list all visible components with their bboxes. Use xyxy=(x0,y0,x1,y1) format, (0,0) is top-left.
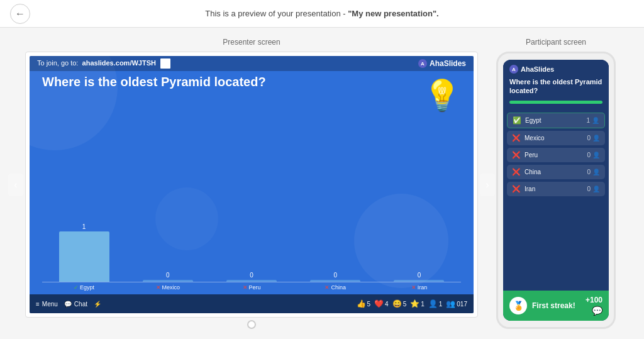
thumbsup-count: 5 xyxy=(367,301,371,308)
bar-label-peru: ✕ Peru xyxy=(243,284,261,291)
answer-icon-iran: ❌ xyxy=(512,185,521,193)
bar-value-peru: 0 xyxy=(250,272,253,279)
participant-section: Participant screen A AhaSlides Where is … xyxy=(493,38,619,329)
phone-frame: A AhaSlides Where is the oldest Pyramid … xyxy=(496,52,616,329)
bar-value-iran: 0 xyxy=(418,272,421,279)
answer-left-china: ❌ China xyxy=(512,168,541,176)
phone-screen: A AhaSlides Where is the oldest Pyramid … xyxy=(503,60,609,321)
main-content: Presenter screen ‹ › To join, go to: aha… xyxy=(0,28,644,339)
bar-label-china: ✕ China xyxy=(325,284,346,291)
answer-text-peru: Peru xyxy=(525,152,538,158)
answer-peru: ❌ Peru 0 👤 xyxy=(507,148,605,162)
axis-line xyxy=(126,282,209,282)
slide-question: Where is the oldest Pyramid located? xyxy=(42,74,461,90)
count-value-china: 0 xyxy=(587,169,591,175)
hamburger-icon: ≡ xyxy=(36,301,40,308)
answer-count-peru: 0 👤 xyxy=(587,152,600,158)
people-emoji: 👥 xyxy=(446,299,455,308)
phone-question: Where is the oldest Pyramid located? xyxy=(509,77,602,96)
answer-icon-egypt: ✅ xyxy=(513,116,521,125)
check-icon: ✓ xyxy=(74,284,79,291)
count-value-peru: 0 xyxy=(587,152,591,158)
person-icon-peru: 👤 xyxy=(592,152,600,158)
header: ← This is a preview of your presentation… xyxy=(0,0,644,28)
heart-emoji: ❤️ xyxy=(374,299,384,308)
answer-text-mexico: Mexico xyxy=(525,135,545,142)
axis-line xyxy=(209,282,293,282)
participant-label: Participant screen xyxy=(526,38,586,47)
answer-mexico: ❌ Mexico 0 👤 xyxy=(507,131,605,145)
x-icon: ✕ xyxy=(243,284,248,291)
smile-count: 5 xyxy=(403,301,407,308)
slide-toolbar: ≡ Menu 💬 Chat ⚡ 👍 xyxy=(30,294,474,313)
bar-label-iran: ✕ Iran xyxy=(411,284,428,291)
reaction-thumbsup: 👍 5 xyxy=(357,299,371,308)
count-value-egypt: 1 xyxy=(586,117,590,124)
answer-left-iran: ❌ Iran xyxy=(512,185,535,193)
bar-china: 0 ✕ China xyxy=(294,272,377,291)
bar-label-mexico: ✕ Mexico xyxy=(156,284,180,291)
person-icon-iran: 👤 xyxy=(592,186,600,192)
answer-count-mexico: 0 👤 xyxy=(587,135,600,142)
presenter-section: Presenter screen ‹ › To join, go to: aha… xyxy=(25,38,478,329)
bar-mexico: 0 ✕ Mexico xyxy=(126,272,209,291)
bar-label-egypt: ✓ Egypt xyxy=(74,284,94,291)
x-icon: ✕ xyxy=(325,284,330,291)
join-text: To join, go to: xyxy=(37,59,78,67)
streak-text: First streak! xyxy=(532,301,575,310)
streak-right: +100 💬 xyxy=(586,296,602,316)
streak-banner: 🏅 First streak! +100 💬 xyxy=(503,291,609,321)
x-icon: ✕ xyxy=(156,284,161,291)
person-icon-egypt: 👤 xyxy=(592,117,599,124)
bar-rect-egypt xyxy=(59,231,109,282)
slide-connector xyxy=(247,320,256,329)
answer-text-egypt: Egypt xyxy=(525,117,541,124)
axis-line xyxy=(377,282,461,282)
answer-text-china: China xyxy=(525,169,541,175)
chat-icon: 💬 xyxy=(64,301,72,308)
toolbar-left: ≡ Menu 💬 Chat ⚡ xyxy=(36,301,101,308)
x-icon: ✕ xyxy=(411,284,416,291)
menu-button[interactable]: ≡ Menu xyxy=(36,301,58,308)
answer-count-iran: 0 👤 xyxy=(587,186,600,192)
bar-chart: 1 ✓ Egypt 0 ✕ Mexico xyxy=(42,223,461,291)
people-count: 017 xyxy=(457,301,467,308)
next-slide-button[interactable]: › xyxy=(480,174,495,196)
answer-count-china: 0 👤 xyxy=(587,169,600,175)
bar-value-china: 0 xyxy=(333,272,337,279)
answer-icon-mexico: ❌ xyxy=(512,134,521,142)
person-count: 1 xyxy=(439,301,443,308)
chat-label: Chat xyxy=(74,301,87,308)
menu-label: Menu xyxy=(42,301,58,308)
reaction-smile: 😄 5 xyxy=(392,299,407,308)
answer-text-iran: Iran xyxy=(525,186,535,192)
streak-emoji: 🏅 xyxy=(513,301,524,311)
person-icon-mexico: 👤 xyxy=(592,135,600,142)
more-button[interactable]: ⚡ xyxy=(94,301,101,308)
heart-count: 4 xyxy=(385,301,389,308)
reaction-person: 👤 1 xyxy=(428,299,443,308)
star-emoji: ⭐ xyxy=(410,299,419,308)
answer-left-egypt: ✅ Egypt xyxy=(513,116,541,125)
smile-emoji: 😄 xyxy=(392,299,402,308)
back-icon: ← xyxy=(15,8,25,19)
answer-egypt: ✅ Egypt 1 👤 xyxy=(507,113,605,128)
prev-slide-button[interactable]: ‹ xyxy=(8,174,23,196)
chat-button[interactable]: 💬 Chat xyxy=(64,301,87,308)
axis-line xyxy=(42,282,126,282)
answer-china: ❌ China 0 👤 xyxy=(507,165,605,179)
phone-progress-bar xyxy=(509,101,602,104)
join-bar: To join, go to: ahaslides.com/WJTSH A Ah… xyxy=(30,56,474,71)
qr-icon xyxy=(160,58,170,69)
back-button[interactable]: ← xyxy=(10,4,30,24)
streak-chat-icon: 💬 xyxy=(592,306,602,316)
presenter-label: Presenter screen xyxy=(223,38,280,47)
answer-icon-china: ❌ xyxy=(512,168,521,176)
bar-peru: 0 ✕ Peru xyxy=(209,272,293,291)
bar-value-mexico: 0 xyxy=(166,272,170,279)
phone-header: A AhaSlides Where is the oldest Pyramid … xyxy=(503,60,609,113)
toolbar-right: 👍 5 ❤️ 4 😄 5 ⭐ 1 xyxy=(357,299,468,308)
axis-line xyxy=(294,282,377,282)
answer-left-mexico: ❌ Mexico xyxy=(512,134,545,142)
reaction-star: ⭐ 1 xyxy=(410,299,425,308)
